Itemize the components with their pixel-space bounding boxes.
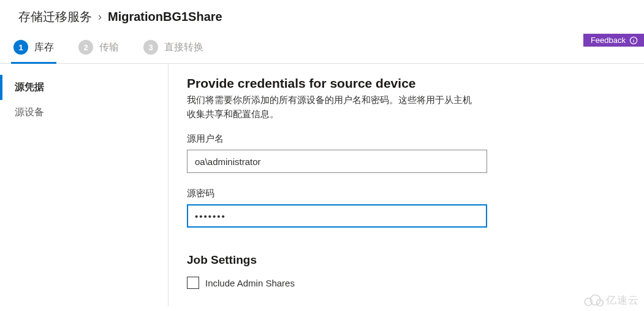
step-label: 传输 (99, 41, 119, 54)
step-cutover[interactable]: 3 直接转换 (143, 40, 203, 63)
svg-point-2 (633, 38, 634, 39)
breadcrumb-separator: › (98, 10, 102, 23)
sidebar: 源凭据 源设备 (0, 64, 169, 306)
step-inventory[interactable]: 1 库存 (13, 40, 54, 63)
page-description: 我们将需要你所添加的所有源设备的用户名和密码。这些将用于从主机收集共享和配置信息… (187, 93, 475, 121)
feedback-button[interactable]: Feedback (583, 34, 644, 47)
step-label: 直接转换 (164, 41, 203, 54)
sidebar-item-source-credentials[interactable]: 源凭据 (0, 75, 168, 100)
password-label: 源密码 (187, 188, 626, 199)
main-panel: Provide credentials for source device 我们… (169, 64, 644, 306)
source-password-input[interactable] (187, 204, 487, 228)
step-number: 1 (13, 40, 28, 55)
job-settings-heading: Job Settings (187, 253, 626, 267)
checkbox-box (187, 277, 199, 289)
content-area: 源凭据 源设备 Provide credentials for source d… (0, 64, 644, 306)
step-transfer[interactable]: 2 传输 (78, 40, 119, 63)
sidebar-item-source-devices[interactable]: 源设备 (0, 100, 168, 125)
watermark-text: 亿速云 (606, 293, 639, 307)
step-label: 库存 (34, 41, 54, 54)
cloud-icon (581, 293, 604, 307)
page-heading: Provide credentials for source device (187, 76, 626, 91)
breadcrumb-parent[interactable]: 存储迁移服务 (18, 9, 92, 25)
checkbox-label: Include Admin Shares (205, 278, 295, 288)
feedback-label: Feedback (591, 36, 626, 45)
step-number: 3 (143, 40, 158, 55)
wizard-steps: 1 库存 2 传输 3 直接转换 (0, 35, 644, 64)
source-username-input[interactable] (187, 150, 487, 173)
info-icon (629, 36, 638, 45)
step-number: 2 (78, 40, 93, 55)
username-label: 源用户名 (187, 133, 626, 145)
breadcrumb-current: MigrationBG1Share (108, 10, 222, 24)
watermark: 亿速云 (581, 293, 639, 307)
include-admin-shares-checkbox[interactable]: Include Admin Shares (187, 277, 626, 289)
breadcrumb: 存储迁移服务 › MigrationBG1Share (0, 0, 644, 35)
